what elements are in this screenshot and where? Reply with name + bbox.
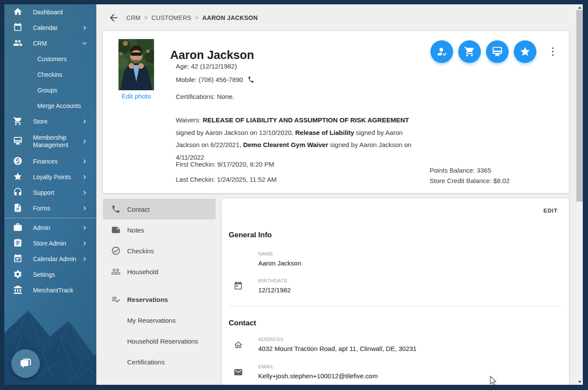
sidebar-item-forms[interactable]: Forms: [4, 200, 96, 216]
sidebar-item-admin[interactable]: Admin: [4, 220, 96, 236]
note-icon: [111, 225, 121, 235]
card-icon: [492, 46, 503, 57]
email-field-value: Kelly+josh.stephen+100012@tilefive.com: [258, 372, 378, 380]
name-field-value: Aaron Jackson: [258, 259, 301, 267]
people-icon: [13, 38, 23, 49]
sidebar-item-store[interactable]: Store: [4, 114, 96, 129]
loyalty-button[interactable]: [514, 40, 536, 63]
tab-certifications[interactable]: Certifications: [103, 351, 216, 372]
sidebar-item-store-admin[interactable]: Store Admin: [4, 236, 96, 251]
scrollbar-thumb[interactable]: [576, 10, 583, 202]
sidebar-subitem-label: Customers: [37, 56, 67, 62]
sidebar-item-groups[interactable]: Groups: [4, 82, 96, 98]
sidebar-item-label: Finances: [33, 158, 58, 165]
new-sale-button[interactable]: [458, 40, 481, 63]
sidebar-nav: Dashboard Calendar CRM Customers Checkin…: [4, 4, 96, 385]
section-divider: [229, 306, 562, 306]
tab-household[interactable]: Household: [103, 261, 216, 282]
last-checkin-line: Last Checkin: 1/24/2025, 11:52 AM: [176, 176, 276, 183]
scrollbar-down-arrow[interactable]: [576, 379, 583, 385]
tab-label: My Reservations: [127, 317, 176, 324]
sidebar-item-calendar-admin[interactable]: Calendar Admin: [4, 251, 96, 267]
dot: [552, 47, 554, 49]
sidebar-item-calendar[interactable]: Calendar: [4, 20, 96, 36]
sidebar-item-label: Loyalty Points: [33, 174, 71, 181]
address-field-label: ADDRESS: [258, 337, 283, 342]
address-field-value: 4032 Mount Traction Road, apt 11, Clinwa…: [258, 345, 417, 352]
sidebar-item-label: Forms: [33, 205, 50, 212]
edit-button[interactable]: EDIT: [543, 207, 558, 214]
more-options-menu[interactable]: [548, 43, 558, 60]
chevron-right-icon: [81, 224, 89, 232]
tab-household-reservations[interactable]: Household Reservations: [103, 331, 216, 351]
sidebar-divider: [4, 218, 96, 218]
sidebar-item-merchanttrack[interactable]: MerchantTrack: [4, 282, 96, 298]
age-text: Age: 42 (12/12/1982): [176, 62, 237, 70]
detail-tab-list: Contact Notes Checkins Household Reserva…: [103, 199, 216, 372]
scrollbar-up-arrow[interactable]: [576, 4, 583, 10]
sidebar-item-customers[interactable]: Customers: [4, 51, 96, 67]
crm-app-window: Dashboard Calendar CRM Customers Checkin…: [0, 0, 588, 390]
tab-spacer: [103, 282, 216, 289]
gear-icon: [13, 269, 23, 280]
sidebar-item-label: MerchantTrack: [33, 287, 73, 294]
sidebar-item-membership-management[interactable]: Membership Management: [4, 129, 96, 154]
sidebar-item-label: Membership Management: [33, 134, 76, 149]
sidebar-item-loyalty-points[interactable]: Loyalty Points: [4, 169, 96, 185]
tab-notes[interactable]: Notes: [103, 220, 216, 240]
breadcrumb-item-crm[interactable]: CRM: [126, 14, 141, 21]
back-button[interactable]: [107, 11, 120, 24]
people-outline-icon: [111, 267, 121, 276]
bank-icon: [13, 285, 23, 295]
checkin-customer-button[interactable]: [430, 40, 453, 63]
sidebar-item-dashboard[interactable]: Dashboard: [4, 4, 96, 20]
sidebar-item-crm[interactable]: CRM: [4, 36, 96, 51]
breadcrumb-item-current: AARON JACKSON: [202, 14, 258, 21]
home-icon: [13, 7, 23, 17]
briefcase-icon: [13, 223, 23, 233]
sidebar-subitem-label: Merge Accounts: [37, 102, 81, 109]
chat-fab-button[interactable]: [11, 349, 40, 378]
vertical-scrollbar[interactable]: [576, 4, 583, 385]
customer-profile-card: Edit photo Aaron Jackson Age: 42 (12/12/…: [103, 31, 569, 193]
calendar-icon: [13, 23, 23, 33]
breadcrumb: CRM > CUSTOMERS > AARON JACKSON: [107, 11, 258, 24]
sidebar-item-label: CRM: [33, 40, 47, 47]
chevron-right-icon: [81, 118, 89, 125]
calendar-edit-icon: [13, 254, 23, 264]
certifications-text: Certifications: None.: [176, 93, 234, 100]
chevron-right-icon: [81, 204, 89, 212]
chevron-right-icon: [81, 189, 89, 197]
star-icon: [519, 46, 531, 57]
sidebar-item-label: Store: [33, 118, 47, 125]
breadcrumb-item-customers[interactable]: CUSTOMERS: [151, 14, 191, 21]
main-content: CRM > CUSTOMERS > AARON JACKSON: [96, 4, 583, 385]
tab-my-reservations[interactable]: My Reservations: [103, 310, 216, 331]
contact-heading: Contact: [229, 319, 256, 328]
home-outline-icon: [233, 340, 243, 350]
tab-label: Household: [127, 268, 158, 275]
tab-checkins[interactable]: Checkins: [103, 240, 216, 261]
name-field-label: NAME: [258, 251, 273, 256]
birthdate-field-label: BIRTHDATE: [258, 278, 288, 283]
tab-reservations[interactable]: Reservations: [103, 289, 216, 310]
membership-button[interactable]: [486, 40, 509, 63]
sidebar-item-label: Admin: [33, 224, 50, 232]
customer-photo: [118, 39, 154, 90]
sidebar-item-finances[interactable]: Finances: [4, 154, 96, 169]
clipboard-icon: [13, 238, 23, 249]
triangle-down-icon: [578, 381, 581, 383]
sidebar-item-label: Store Admin: [33, 240, 66, 247]
sidebar-item-merge-accounts[interactable]: Merge Accounts: [4, 98, 96, 114]
card-icon: [13, 136, 23, 147]
waivers-text: Waivers: RELEASE OF LIABILITY AND ASSUMP…: [176, 114, 427, 164]
tab-contact[interactable]: Contact: [103, 199, 216, 220]
sidebar-item-checkins[interactable]: Checkins: [4, 67, 96, 82]
chevron-right-icon: [81, 138, 89, 145]
sidebar-item-support[interactable]: Support: [4, 185, 96, 200]
phone-call-icon[interactable]: [247, 76, 255, 83]
edit-photo-link[interactable]: Edit photo: [113, 92, 159, 100]
sidebar-item-settings[interactable]: Settings: [4, 267, 96, 282]
waiver-segment: Waivers:: [176, 116, 203, 124]
age-line: Age: 42 (12/12/1982): [176, 62, 237, 70]
